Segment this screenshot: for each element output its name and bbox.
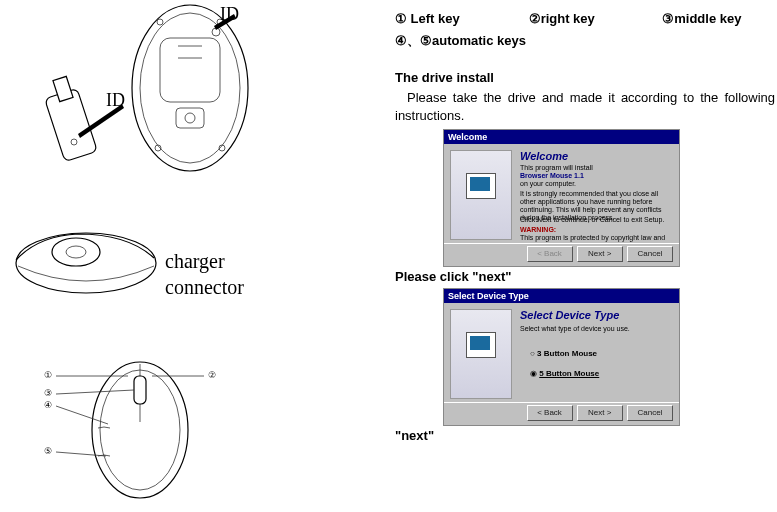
device-option-3button-label: 3 Button Mouse xyxy=(537,349,597,358)
welcome-titlebar-text: Welcome xyxy=(444,130,679,144)
charger-connector-label: charger connector xyxy=(165,248,244,300)
installer-screenshot-welcome: Welcome Welcome This program will instal… xyxy=(443,129,680,267)
device-titlebar-text: Select Device Type xyxy=(444,289,679,303)
next-button[interactable]: Next > xyxy=(577,405,623,421)
svg-rect-0 xyxy=(45,88,98,161)
key-3-label: ③middle key xyxy=(662,8,741,30)
key-45-label: ④、⑤automatic keys xyxy=(395,30,775,52)
cancel-button[interactable]: Cancel xyxy=(627,405,673,421)
computer-icon xyxy=(466,332,496,358)
key-1-label: ① Left key xyxy=(395,8,525,30)
instruction-column: ① Left key ②right key ③middle key ④、⑤aut… xyxy=(395,0,775,512)
please-click-next-2: "next" xyxy=(395,428,775,443)
diagram-column: ID ID charger connector ① ② ③ ④ ⑤ xyxy=(0,0,390,512)
device-side-image xyxy=(450,309,512,399)
device-heading: Select Device Type xyxy=(520,309,619,321)
svg-rect-20 xyxy=(134,376,146,404)
drive-install-text-line2: instructions. xyxy=(395,107,775,125)
device-button-row: < Back Next > Cancel xyxy=(444,402,679,425)
device-option-5button-label: 5 Button Mouse xyxy=(539,369,599,378)
callout-2: ② xyxy=(208,370,216,380)
charger-text-line2: connector xyxy=(165,276,244,298)
back-button[interactable]: < Back xyxy=(527,405,573,421)
drive-install-title: The drive install xyxy=(395,70,775,85)
id-label-side: ID xyxy=(106,90,125,111)
welcome-on: on your computer. xyxy=(520,180,670,188)
callout-5: ⑤ xyxy=(44,446,52,456)
back-button[interactable]: < Back xyxy=(527,246,573,262)
mouse-top-diagram xyxy=(44,358,224,508)
mouse-side-diagram xyxy=(8,218,168,308)
callout-3: ③ xyxy=(44,388,52,398)
computer-icon xyxy=(466,173,496,199)
device-sub: Select what type of device you use. xyxy=(520,325,670,333)
next-button[interactable]: Next > xyxy=(577,246,623,262)
charger-text-line1: charger xyxy=(165,250,225,272)
welcome-button-row: < Back Next > Cancel xyxy=(444,243,679,266)
id-label-top: ID xyxy=(220,4,239,25)
callout-1: ① xyxy=(44,370,52,380)
callout-4: ④ xyxy=(44,400,52,410)
mouse-bottom-diagram xyxy=(20,0,280,190)
welcome-sub: This program will install xyxy=(520,164,670,172)
welcome-warning-label: WARNING: xyxy=(520,226,670,234)
welcome-heading: Welcome xyxy=(520,150,568,162)
svg-point-16 xyxy=(52,238,100,266)
device-option-5button[interactable]: ◉ 5 Button Mouse xyxy=(530,369,599,378)
welcome-cont: Click Next to continue, or Cancel to exi… xyxy=(520,216,670,224)
please-click-next-1: Please click "next" xyxy=(395,269,775,284)
drive-install-text-line1: Please take the drive and made it accord… xyxy=(395,89,775,107)
key-legend: ① Left key ②right key ③middle key ④、⑤aut… xyxy=(395,8,775,52)
cancel-button[interactable]: Cancel xyxy=(627,246,673,262)
installer-screenshot-device: Select Device Type Select Device Type Se… xyxy=(443,288,680,426)
key-2-label: ②right key xyxy=(529,8,659,30)
svg-point-4 xyxy=(132,5,248,171)
device-option-3button[interactable]: ○ 3 Button Mouse xyxy=(530,349,597,358)
welcome-side-image xyxy=(450,150,512,240)
welcome-product: Browser Mouse 1.1 xyxy=(520,172,670,180)
